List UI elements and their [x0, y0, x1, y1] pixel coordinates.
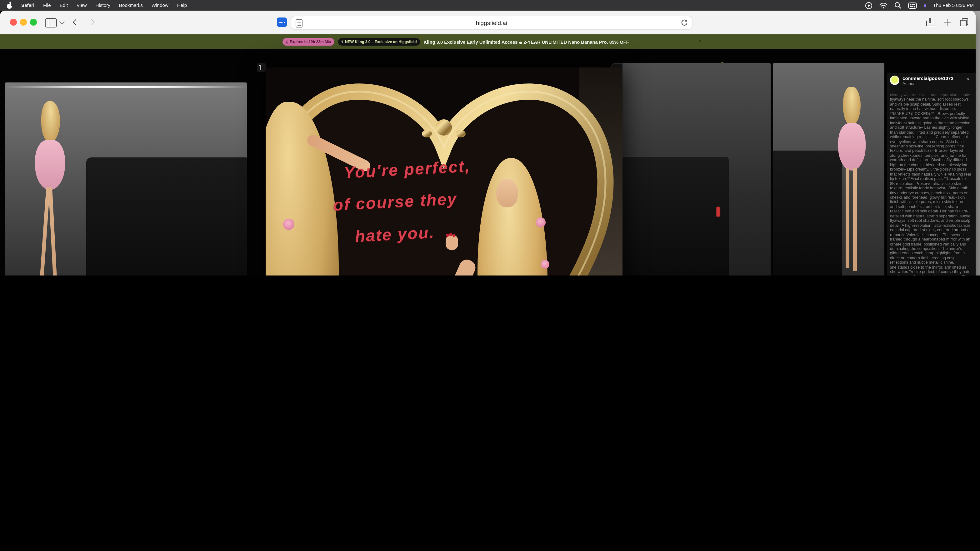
sidebar-toggle-icon[interactable]	[45, 18, 57, 27]
zoom-window-button[interactable]	[30, 19, 37, 25]
reload-icon[interactable]	[681, 19, 688, 27]
menu-edit[interactable]: Edit	[60, 3, 68, 8]
minimize-window-button[interactable]	[20, 19, 27, 25]
menu-bar-clock[interactable]: Thu Feb 5 8:36 PM	[933, 3, 974, 8]
close-window-button[interactable]	[10, 19, 17, 25]
rose-in-hair	[283, 219, 294, 230]
reflection-face	[496, 179, 518, 207]
tab-group-chevron-icon[interactable]	[59, 19, 64, 24]
upscale-icon[interactable]	[257, 63, 266, 72]
spotlight-search-icon[interactable]	[894, 2, 901, 9]
safari-window: higgsfield.ai Expires in 19h 23m 36s NEW…	[0, 11, 975, 275]
prompt-text: cleanly with realistic strand separation…	[890, 92, 971, 275]
wifi-icon[interactable]	[880, 2, 888, 8]
menu-help[interactable]: Help	[177, 3, 187, 8]
hourglass-icon	[286, 40, 288, 43]
menu-window[interactable]: Window	[151, 3, 169, 8]
apple-menu-icon[interactable]	[7, 2, 13, 9]
banner-close-icon[interactable]: ×	[698, 39, 702, 44]
address-bar[interactable]: higgsfield.ai	[291, 16, 692, 30]
screen-record-icon[interactable]	[865, 2, 872, 9]
tab-overview-icon[interactable]	[960, 18, 968, 26]
rose-in-hair	[541, 260, 549, 268]
share-icon[interactable]	[926, 18, 934, 26]
lightning-icon	[341, 40, 344, 44]
writing-hand	[445, 235, 458, 250]
lightbox-image[interactable]: You're perfect, of course they hate you.	[266, 67, 622, 275]
menu-bar: Safari File Edit View History Bookmarks …	[0, 0, 980, 11]
url-text[interactable]: higgsfield.ai	[291, 16, 692, 29]
menu-view[interactable]: View	[76, 3, 87, 8]
rose-in-hair	[536, 218, 546, 227]
status-dot-icon	[924, 4, 926, 6]
gallery-image[interactable]	[773, 63, 885, 275]
necklace	[500, 216, 515, 219]
menu-safari[interactable]: Safari	[21, 3, 34, 8]
back-button[interactable]	[73, 19, 79, 25]
screen: P P Safari File Edit View History Bookma…	[0, 0, 980, 275]
author-role: Author	[902, 81, 915, 86]
gallery-image[interactable]	[622, 63, 771, 275]
menu-file[interactable]: File	[43, 3, 51, 8]
author-name[interactable]: commercialgoose1072	[902, 76, 953, 81]
expires-badge: Expires in 19h 23m 36s	[283, 38, 334, 46]
page-format-icon[interactable]	[296, 19, 302, 27]
browser-toolbar: higgsfield.ai	[0, 11, 975, 35]
new-kling-badge[interactable]: NEW Kling 3.0 – Exclusive on Higgsfield	[338, 38, 420, 46]
control-center-icon[interactable]	[908, 2, 917, 8]
menu-history[interactable]: History	[95, 3, 110, 8]
author-avatar[interactable]	[890, 76, 899, 85]
prompt-fade-top	[887, 89, 975, 98]
forward-button[interactable]	[88, 19, 95, 25]
menu-bookmarks[interactable]: Bookmarks	[119, 3, 143, 8]
gallery-image[interactable]	[5, 83, 247, 275]
webpage: Expires in 19h 23m 36s NEW Kling 3.0 – E…	[0, 34, 975, 275]
panel-close-icon[interactable]: ×	[966, 76, 970, 82]
new-tab-icon[interactable]	[944, 19, 951, 25]
promo-banner: Expires in 19h 23m 36s NEW Kling 3.0 – E…	[0, 34, 975, 49]
banner-message: Kling 3.0 Exclusive Early Unlimited Acce…	[424, 39, 629, 44]
extension-icon[interactable]	[277, 17, 287, 27]
